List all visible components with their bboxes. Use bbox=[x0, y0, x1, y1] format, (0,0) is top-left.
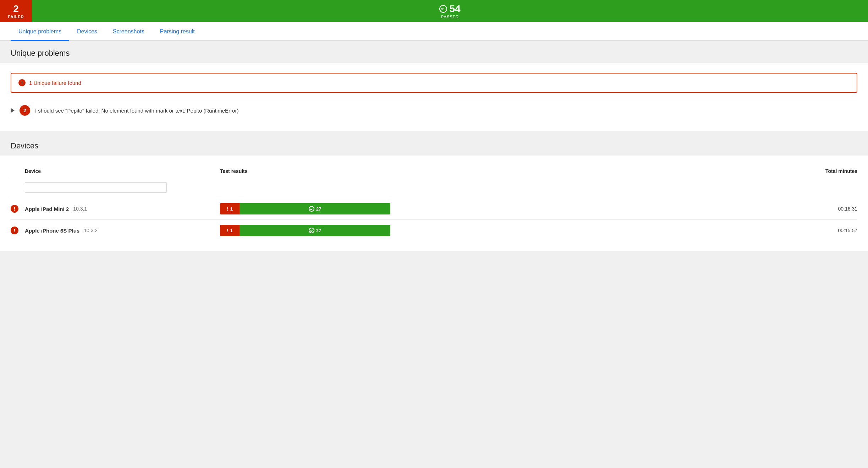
device-name-cell: Apple iPhone 6S Plus 10.3.2 bbox=[25, 220, 220, 241]
table-row: ! Apple iPhone 6S Plus 10.3.2 ! 1 27 00:… bbox=[11, 220, 857, 241]
tabs-bar: Unique problems Devices Screenshots Pars… bbox=[0, 22, 868, 41]
bar-passed: 27 bbox=[240, 203, 390, 214]
device-name: Apple iPhone 6S Plus bbox=[25, 228, 79, 234]
total-minutes-col-label: Total minutes bbox=[825, 168, 857, 174]
test-results-cell: ! 1 27 bbox=[220, 220, 397, 241]
tab-parsing-result[interactable]: Parsing result bbox=[152, 22, 203, 41]
tab-devices[interactable]: Devices bbox=[69, 22, 105, 41]
bar-check-icon bbox=[309, 228, 314, 233]
failed-bar-count: 1 bbox=[230, 228, 233, 233]
problem-text: I should see "Pepito" failed: No element… bbox=[35, 108, 238, 114]
problem-count-badge: 2 bbox=[20, 105, 30, 116]
devices-table: Device Test results Total minutes ! bbox=[11, 165, 857, 241]
passed-count-row: 54 bbox=[439, 3, 460, 15]
total-minutes-cell: 00:16:31 bbox=[397, 198, 857, 220]
passed-bar-count: 27 bbox=[316, 206, 321, 212]
device-name-cell: Apple iPad Mini 2 10.3.1 bbox=[25, 198, 220, 220]
alert-box: ! 1 Unique failure found bbox=[11, 73, 857, 93]
device-version: 10.3.2 bbox=[84, 228, 98, 233]
total-minutes-cell: 00:15:57 bbox=[397, 220, 857, 241]
device-filter-input[interactable] bbox=[25, 182, 167, 193]
failed-count: 2 bbox=[13, 3, 19, 15]
bar-passed: 27 bbox=[240, 225, 390, 236]
unique-problems-title: Unique problems bbox=[11, 49, 70, 58]
col-device-header: Device bbox=[25, 165, 220, 177]
test-results-col-label: Test results bbox=[220, 168, 248, 174]
passed-count: 54 bbox=[449, 3, 460, 15]
bar-failed: ! 1 bbox=[220, 225, 240, 236]
table-row: ! Apple iPad Mini 2 10.3.1 ! 1 27 00:16:… bbox=[11, 198, 857, 220]
status-bar: 2 FAILED 54 PASSED bbox=[0, 0, 868, 22]
passed-bar-count: 27 bbox=[316, 228, 321, 233]
alert-icon: ! bbox=[18, 79, 26, 86]
failed-status: 2 FAILED bbox=[0, 0, 32, 22]
passed-status: 54 PASSED bbox=[32, 0, 868, 22]
devices-section-header: Devices bbox=[0, 134, 868, 156]
bar-exclaim-icon: ! bbox=[227, 228, 229, 233]
col-icon-header bbox=[11, 165, 25, 177]
device-name: Apple iPad Mini 2 bbox=[25, 206, 69, 212]
bar-check-icon bbox=[309, 206, 314, 212]
tab-unique-problems[interactable]: Unique problems bbox=[11, 22, 69, 41]
expand-icon[interactable] bbox=[11, 108, 15, 113]
tab-screenshots[interactable]: Screenshots bbox=[105, 22, 152, 41]
passed-label: PASSED bbox=[441, 15, 459, 19]
failed-bar-count: 1 bbox=[230, 206, 233, 212]
bar-failed: ! 1 bbox=[220, 203, 240, 214]
failed-label: FAILED bbox=[8, 15, 24, 19]
test-results-cell: ! 1 27 bbox=[220, 198, 397, 220]
device-error-icon-cell: ! bbox=[11, 220, 25, 241]
bar-exclaim-icon: ! bbox=[227, 206, 229, 212]
check-circle-icon bbox=[439, 5, 447, 13]
unique-problems-section-header: Unique problems bbox=[0, 41, 868, 63]
col-minutes-header: Total minutes bbox=[397, 165, 857, 177]
device-error-icon-cell: ! bbox=[11, 198, 25, 220]
results-bar: ! 1 27 bbox=[220, 203, 390, 214]
problem-row[interactable]: 2 I should see "Pepito" failed: No eleme… bbox=[11, 100, 857, 121]
device-error-icon: ! bbox=[11, 227, 18, 234]
device-error-icon: ! bbox=[11, 205, 18, 213]
results-bar: ! 1 27 bbox=[220, 225, 390, 236]
devices-content: Device Test results Total minutes ! bbox=[0, 156, 868, 251]
devices-title: Devices bbox=[11, 141, 38, 150]
col-results-header: Test results bbox=[220, 165, 397, 177]
device-version: 10.3.1 bbox=[73, 206, 87, 212]
unique-problems-content: ! 1 Unique failure found 2 I should see … bbox=[0, 63, 868, 131]
alert-text: 1 Unique failure found bbox=[29, 80, 81, 86]
device-col-label: Device bbox=[25, 168, 41, 174]
